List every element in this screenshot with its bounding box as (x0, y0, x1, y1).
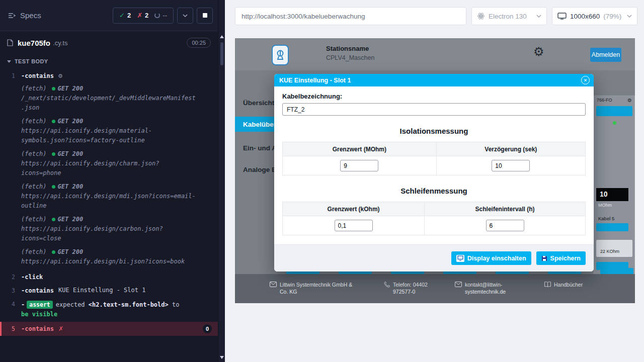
scroll-up-icon[interactable] (220, 35, 224, 38)
slot-panel: 766-FO ⚙ 10 MOhm Kabel 5 22 KOhm (594, 96, 635, 275)
mail-icon (455, 282, 462, 287)
close-icon[interactable]: ✕ (581, 76, 590, 84)
test-stats[interactable]: ✓2 ✗2 -- (113, 8, 174, 24)
stop-button[interactable] (197, 8, 213, 24)
fetch-url: https://api.iconify.design/carbon.json?i… (21, 224, 198, 243)
viewport-size: 1000x660 (570, 13, 600, 20)
runner-main: Electron 130 1000x660 (79%) Stationsname… (225, 0, 644, 362)
electron-icon (477, 12, 485, 20)
iso-limit-input[interactable] (340, 160, 378, 171)
slot-resistance-box: 22 KOhm (596, 240, 632, 257)
command-row[interactable]: 3 -contains KUE Einstellung - Slot 1 (0, 284, 218, 298)
littwin-logo (272, 45, 289, 65)
slot-gear-icon[interactable]: ⚙ (627, 98, 632, 103)
slot-cyan-bar[interactable] (596, 106, 632, 116)
green-dot-icon (52, 120, 55, 123)
modal-header: KUE Einstellung - Slot 1 ✕ (274, 74, 594, 86)
assert-message: -assertexpected <h2.text-sm.font-bold> t… (21, 300, 188, 319)
footer-email[interactable]: kontakt@littwin-systemtechnik.de (455, 281, 513, 295)
footer-manuals[interactable]: Handbücher (544, 281, 583, 288)
viewport-control[interactable]: 1000x660 (79%) (552, 7, 637, 25)
fetch-status: GET 200 (58, 150, 84, 157)
display-on-button[interactable]: Display einschalten (451, 251, 531, 265)
slot-cable-label: Kabel 5 (598, 216, 614, 221)
save-button[interactable]: Speichern (536, 251, 586, 265)
column-header: Schleifenintervall (h) (425, 202, 586, 216)
logout-button[interactable]: Abmelden (590, 48, 621, 62)
command-row[interactable]: 2 -click (0, 270, 218, 284)
test-body-toggle[interactable]: TEST BODY (0, 54, 218, 67)
loop-interval-input[interactable] (486, 220, 524, 231)
fetch-entry[interactable]: (fetch)GET 200 https://api.iconify.desig… (21, 247, 198, 266)
isolation-section-title: Isolationsmessung (282, 127, 586, 135)
fetch-label: (fetch) (21, 85, 47, 92)
collapse-button[interactable] (177, 8, 193, 24)
chevron-down-icon (627, 15, 632, 18)
loop-table: Grenzwert (kOhm) Schleifenintervall (h) (282, 202, 586, 235)
column-header: Grenzwert (kOhm) (283, 202, 425, 216)
command-number: 1 (0, 72, 21, 80)
display-icon (456, 255, 464, 262)
fetch-entry[interactable]: (fetch)GET 200 https://api.iconify.desig… (21, 149, 198, 178)
cross-icon: ✗ (137, 12, 142, 19)
fetch-label: (fetch) (21, 183, 47, 190)
command-number: 3 (0, 287, 21, 295)
slot-title: 766-FO (597, 98, 612, 103)
cable-name-input[interactable] (282, 103, 586, 116)
browser-select[interactable]: Electron 130 (471, 7, 547, 25)
spec-timer: 00:25 (187, 38, 211, 48)
fetch-entry[interactable]: (fetch)GET 200 https://api.iconify.desig… (21, 182, 198, 211)
green-dot-icon (52, 185, 55, 189)
fetch-status: GET 200 (58, 216, 84, 223)
failed-command-row[interactable]: 5 -contains ✗ 0 (0, 322, 218, 336)
nav-item-analoge-eingaenge[interactable]: Analoge Ei (243, 166, 278, 173)
assert-target: <h2.text-sm.font-bold> (89, 301, 169, 308)
green-dot-icon (52, 87, 55, 90)
reporter-scrollbar[interactable] (218, 0, 225, 362)
station-value: CPLV4_Maschen (326, 54, 374, 61)
mail-icon (270, 282, 277, 287)
slot-cyan-chip[interactable] (596, 223, 628, 231)
fetch-status: GET 200 (58, 248, 84, 255)
phone-icon (384, 282, 390, 288)
cypress-reporter: Specs ✓2 ✗2 -- kue705fo .cy.ts 00:25 TES… (0, 0, 218, 362)
fetch-status: GET 200 (58, 183, 84, 190)
column-header: Verzögerung (sek) (436, 142, 585, 156)
slot-unit: MOhm (598, 203, 612, 208)
iso-delay-input[interactable] (492, 160, 530, 171)
command-row[interactable]: 1 -contains ⚙ (0, 69, 218, 83)
url-input[interactable] (235, 7, 466, 25)
spec-name: kue705fo (18, 39, 50, 47)
nav-item-uebersicht[interactable]: Übersicht (243, 99, 274, 107)
refresh-icon (154, 13, 160, 18)
failed-stat: ✗2 (137, 12, 148, 19)
spec-row[interactable]: kue705fo .cy.ts 00:25 (0, 31, 218, 54)
chevron-down-icon (183, 14, 188, 17)
footer-company: Littwin Systemtechnik GmbH & Co. KG (270, 281, 355, 295)
fetch-entry[interactable]: (fetch)GET 200 https://api.iconify.desig… (21, 117, 198, 145)
assert-result: be visible (21, 311, 57, 318)
isolation-table: Grenzwert (MOhm) Verzögerung (sek) (282, 142, 586, 175)
viewport-zoom: (79%) (603, 13, 621, 20)
command-log: 1 -contains ⚙ (fetch)GET 200 /_next/stat… (0, 69, 218, 336)
scrollbar-thumb[interactable] (220, 42, 223, 65)
fetch-url: https://api.iconify.design/material-symb… (21, 126, 198, 145)
command-number: 2 (0, 273, 21, 282)
specs-toggle[interactable]: Specs (8, 11, 41, 20)
fetch-label: (fetch) (21, 118, 47, 125)
assert-row[interactable]: 4 -assertexpected <h2.text-sm.font-bold>… (0, 298, 218, 322)
error-x-icon: ✗ (58, 325, 63, 333)
specs-label: Specs (20, 11, 41, 20)
fetch-status: GET 200 (58, 118, 84, 125)
slot-status-dot (613, 121, 616, 125)
green-dot-icon (52, 250, 55, 254)
scroll-down-icon[interactable] (220, 356, 224, 359)
fetch-entry[interactable]: (fetch)GET 200 /_next/static/development… (21, 84, 198, 113)
browser-label: Electron 130 (489, 13, 527, 20)
column-header: Grenzwert (MOhm) (283, 142, 437, 156)
loop-limit-input[interactable] (335, 220, 373, 231)
settings-gear-icon[interactable]: ⚙ (533, 45, 544, 59)
spec-extension: .cy.ts (53, 39, 67, 47)
fetch-entry[interactable]: (fetch)GET 200 https://api.iconify.desig… (21, 215, 198, 243)
gear-icon: ⚙ (58, 72, 63, 80)
